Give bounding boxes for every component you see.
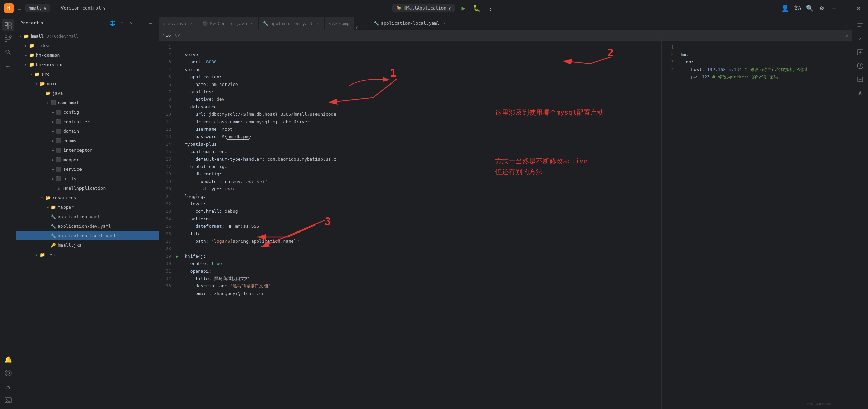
svg-point-8: [5, 370, 11, 376]
activity-m-icon[interactable]: m: [2, 380, 14, 393]
tree-item-com-hmall[interactable]: ▾ ⬛ com.hmall: [16, 98, 159, 107]
tree-item-enums[interactable]: ▶ ⬛ enums: [16, 136, 159, 145]
tree-item-test[interactable]: ▶ 📁 test: [16, 250, 159, 259]
sidebar-minimize-button[interactable]: —: [146, 19, 155, 27]
arrow-up-icon[interactable]: ∧: [174, 33, 177, 38]
tree-item-resources[interactable]: ▾ 📂 resources: [16, 193, 159, 202]
run-small-icon[interactable]: ▶: [176, 254, 178, 259]
hamburger-menu[interactable]: ≡: [16, 3, 22, 13]
tree-item-config[interactable]: ▶ ⬛ config: [16, 107, 159, 117]
right-icon-terminal[interactable]: A: [854, 87, 866, 99]
tree-item-java[interactable]: ▾ 📂 java: [16, 88, 159, 98]
tab-overflow-arrow[interactable]: ∨: [354, 24, 359, 30]
tree-item-hm-common[interactable]: ▶ 📁 hm-common: [16, 50, 159, 60]
left-editor-toolbar: ✓ 16 ∧ ∨: [159, 30, 661, 41]
tab-close-button[interactable]: ✕: [315, 21, 320, 26]
tab-yaml-icon: 🔧: [263, 21, 268, 26]
tree-item-utils[interactable]: ▶ ⬛ utils: [16, 174, 159, 183]
tree-item-domain[interactable]: ▶ ⬛ domain: [16, 126, 159, 136]
tab-comp[interactable]: </> comp: [325, 17, 354, 30]
debug-button[interactable]: 🐛: [471, 3, 482, 14]
activity-terminal-icon[interactable]: [2, 394, 14, 406]
tree-item-application-yaml[interactable]: ▶ 🔧 application.yaml: [16, 212, 159, 221]
right-icon-1[interactable]: [854, 19, 866, 31]
tree-item-idea[interactable]: ▶ 📁 .idea: [16, 41, 159, 50]
tree-item-service[interactable]: ▶ ⬛ service: [16, 164, 159, 174]
activity-find-icon[interactable]: [2, 46, 14, 58]
search-icon[interactable]: 🔍: [804, 3, 815, 14]
tab-mvcconfig[interactable]: ⚫ MvcConfig.java ✕: [198, 17, 259, 30]
package-icon: ⬛: [56, 156, 62, 163]
package-icon: ⬛: [56, 175, 62, 182]
tab-close-button[interactable]: ✕: [249, 21, 254, 26]
close-button[interactable]: ✕: [853, 3, 864, 14]
run-config-selector[interactable]: 🐎 HMallApplication ∨: [392, 4, 455, 12]
tab-es-java[interactable]: ☕ es.java ✕: [159, 17, 198, 30]
tree-arrow-icon: ▾: [18, 33, 23, 39]
version-control-button[interactable]: Version control ∨: [58, 4, 108, 12]
tree-item-interceptor[interactable]: ▶ ⬛ interceptor: [16, 145, 159, 155]
editor-more-button[interactable]: ⋮: [842, 24, 852, 30]
svg-rect-1: [8, 23, 11, 25]
tree-item-application-local-yaml[interactable]: ▶ 🔧 application-local.yaml: [16, 231, 159, 240]
tree-arrow-icon: ▶: [50, 147, 56, 153]
java-file-icon: ☕: [56, 185, 62, 191]
right-icon-2[interactable]: ✓: [854, 33, 866, 45]
activity-vcs-icon[interactable]: [2, 33, 14, 45]
minimize-button[interactable]: —: [829, 3, 839, 14]
run-button[interactable]: ▶: [458, 3, 469, 14]
tree-item-mapper[interactable]: ▶ ⬛ mapper: [16, 155, 159, 164]
translate-icon[interactable]: 文A: [792, 3, 803, 14]
tree-item-hmall-application[interactable]: ▶ ☕ HMallApplication.: [16, 183, 159, 193]
tab-application-yaml[interactable]: 🔧 application.yaml ✕: [259, 17, 325, 30]
sidebar-close-button[interactable]: ✕: [127, 19, 135, 27]
tab-application-local-yaml[interactable]: 🔧 application-local.yaml ✕: [369, 17, 451, 30]
user-icon[interactable]: 👤: [780, 3, 791, 14]
yaml-file-icon: 🔧: [50, 233, 56, 239]
right-code-container[interactable]: 1234 hm: db: host: 192.168.5.134 # 修改为你自…: [662, 41, 852, 409]
tree-arrow-icon: ▶: [23, 52, 29, 58]
tree-arrow-icon: ▾: [45, 100, 50, 105]
project-selector[interactable]: hmall ∨: [25, 4, 50, 12]
tree-item-main[interactable]: ▾ 📂 main: [16, 79, 159, 88]
app-logo: H: [4, 3, 14, 13]
arrow-down-icon[interactable]: ∨: [178, 33, 180, 38]
tree-item-application-dev-yaml[interactable]: ▶ 🔧 application-dev.yaml: [16, 221, 159, 231]
project-caret-icon: ∨: [44, 5, 47, 11]
tab-more-button[interactable]: ⋮: [359, 24, 366, 30]
sidebar-globe-button[interactable]: 🌐: [108, 19, 116, 27]
tree-item-hmall[interactable]: ▾ 📁 hmall D:\Code\hmall: [16, 31, 159, 41]
activity-notifications-icon[interactable]: 🔔: [2, 353, 14, 366]
maximize-button[interactable]: □: [841, 3, 852, 14]
tab-close-button[interactable]: ✕: [441, 20, 447, 26]
activity-bar: ⋯ 🔔 m: [0, 16, 16, 409]
tree-item-hm-service[interactable]: ▾ 📁 hm-service: [16, 60, 159, 69]
sidebar-more-button[interactable]: ⋮: [137, 19, 145, 27]
tree-arrow-icon: ▾: [29, 71, 34, 77]
activity-git-icon[interactable]: [2, 367, 14, 379]
tree-item-src[interactable]: ▾ 📁 src: [16, 69, 159, 79]
tree-arrow-icon: ▶: [50, 119, 56, 124]
check-icon: ✓: [162, 33, 164, 38]
tree-arrow-icon: ▶: [50, 157, 56, 162]
sidebar-collapse-button[interactable]: ↕: [118, 19, 126, 27]
folder-icon: 📁: [39, 252, 46, 258]
sidebar-title: Project ∨: [20, 20, 44, 25]
right-check-icon: ✓: [846, 32, 849, 38]
right-icon-3[interactable]: [854, 46, 866, 58]
activity-project-icon[interactable]: [2, 19, 14, 31]
line-numbers: 12345 678910 1112131415 1617181920 21222…: [159, 41, 174, 409]
tree-item-hmall-jks[interactable]: ▶ 🔑 hmall.jks: [16, 240, 159, 250]
more-run-options[interactable]: ⋮: [485, 3, 496, 14]
run-config-name: HMallApplication: [404, 5, 446, 11]
tree-item-controller[interactable]: ▶ ⬛ controller: [16, 117, 159, 126]
folder-icon: 📁: [29, 42, 35, 49]
run-gutter: ▶: [174, 41, 181, 409]
right-icon-5[interactable]: [854, 73, 866, 86]
left-code-container[interactable]: 12345 678910 1112131415 1617181920 21222…: [159, 41, 661, 409]
tree-item-mapper-res[interactable]: ▶ 📁 mapper: [16, 202, 159, 212]
activity-more-icon[interactable]: ⋯: [2, 60, 14, 72]
settings-icon[interactable]: ⚙: [816, 3, 827, 14]
tab-close-button[interactable]: ✕: [188, 21, 194, 26]
right-icon-4[interactable]: [854, 60, 866, 72]
